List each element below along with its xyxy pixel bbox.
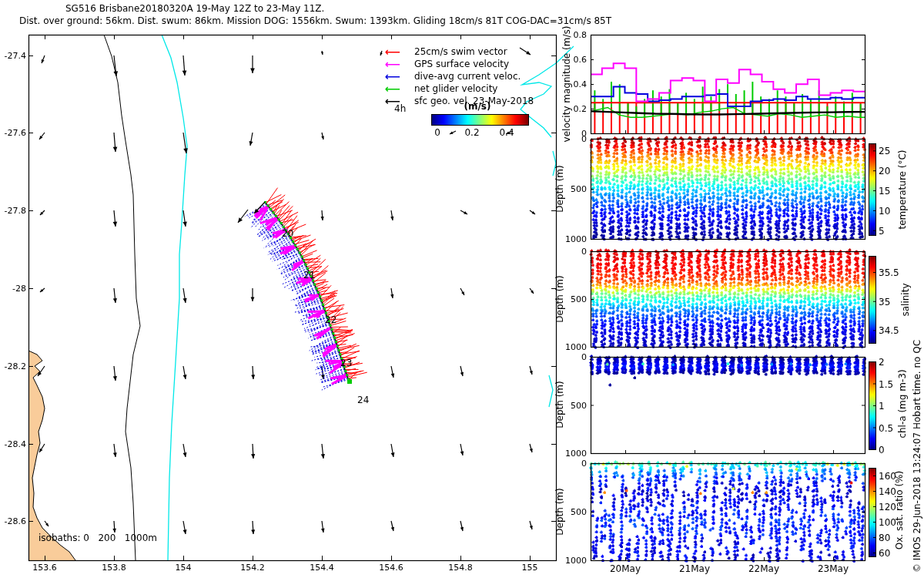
legend-label: GPS surface velocity bbox=[414, 59, 509, 69]
map-x-tick-label: 154.6 bbox=[379, 563, 403, 572]
legend-row-sfc-geo: ⟵ sfc geo. vel. 23-May-2018 bbox=[385, 96, 534, 106]
dive-number-label: 21 bbox=[303, 271, 315, 280]
blue-arrow-icon: ⟵ bbox=[385, 72, 414, 80]
legend-label: net glider velocity bbox=[414, 83, 497, 94]
depth-y-tick-label: 1000 bbox=[561, 235, 587, 244]
legend-label: dive-avg current veloc. bbox=[414, 71, 521, 82]
colorbar-tick-label: 20 bbox=[879, 166, 890, 176]
map-x-tick-label: 155 bbox=[522, 563, 538, 572]
map-y-tick-label: -28.2 bbox=[1, 362, 26, 371]
colorbar-tick-label: 2 bbox=[879, 358, 885, 367]
date-tick-label: 22May bbox=[748, 564, 779, 573]
colorbar-tick-label: 120 bbox=[879, 502, 896, 512]
colorbar-tick-label: 160 bbox=[879, 472, 896, 481]
legend-row-dive-avg: ⟵ dive-avg current veloc. bbox=[385, 71, 521, 82]
depth-y-tick-label: 1000 bbox=[561, 556, 587, 565]
colorbar-tick-label: 35 bbox=[879, 297, 890, 307]
date-tick-label: 23May bbox=[818, 564, 849, 573]
map-y-tick-label: -28 bbox=[1, 284, 26, 293]
depth-y-tick-label: 0 bbox=[561, 135, 587, 143]
colorbar-tick-label: 34.5 bbox=[879, 326, 899, 335]
colorbar-tick-label: 0 bbox=[879, 445, 885, 455]
legend-row-gps: ⟵ GPS surface velocity bbox=[385, 59, 509, 69]
dive-number-label: 22 bbox=[325, 315, 336, 324]
magenta-arrow-icon: ⟵ bbox=[385, 60, 414, 68]
depth-y-tick-label: 500 bbox=[561, 402, 587, 410]
depth-y-tick-label: 500 bbox=[561, 295, 587, 304]
red-arrow-icon: ⟵ bbox=[385, 48, 414, 55]
colorbar-tick-label: 5 bbox=[879, 227, 885, 236]
legend-colorbar-tick-label: 0 bbox=[434, 128, 440, 137]
velocity-y-tick-label: 0.2 bbox=[564, 105, 587, 113]
map-y-tick-label: -27.8 bbox=[1, 207, 26, 215]
colorbar-tick-label: 1.5 bbox=[879, 380, 893, 389]
depth-y-tick-label: 0 bbox=[561, 353, 587, 361]
map-x-tick-label: 154 bbox=[176, 563, 192, 572]
figure-root: SG516 Brisbane20180320A 19-May 12Z to 23… bbox=[0, 0, 924, 578]
dive-number-label: 24 bbox=[357, 395, 369, 405]
colorbar-tick-label: 10 bbox=[879, 207, 890, 216]
colorbar-tick-label: 100 bbox=[879, 518, 896, 527]
dive-number-label: 20 bbox=[282, 229, 293, 238]
date-tick-label: 21May bbox=[679, 564, 710, 573]
map-x-tick-label: 154.4 bbox=[310, 563, 334, 572]
velocity-y-tick-label: 0.4 bbox=[564, 80, 587, 89]
map-x-tick-label: 153.8 bbox=[102, 563, 126, 572]
map-y-tick-label: -28.4 bbox=[1, 440, 26, 449]
legend-duration-label: 4h bbox=[394, 104, 406, 113]
colorbar-tick-label: 15 bbox=[879, 187, 890, 196]
colorbar-title-temperature: temperature (°C) bbox=[898, 150, 907, 230]
legend-colorbar-tick-label: 0.4 bbox=[499, 128, 514, 137]
legend-row-net: ⟵ net glider velocity bbox=[385, 83, 497, 94]
depth-y-tick-label: 500 bbox=[561, 508, 587, 516]
depth-y-tick-label: 500 bbox=[561, 185, 587, 193]
colorbar-tick-label: 25 bbox=[879, 146, 890, 156]
map-y-tick-label: -27.4 bbox=[1, 52, 26, 60]
dive-number-label: 23 bbox=[340, 358, 352, 368]
map-y-tick-label: -28.6 bbox=[1, 517, 26, 526]
depth-y-tick-label: 1000 bbox=[561, 343, 587, 351]
isobaths-note: isobaths: 0 200 1000m bbox=[38, 533, 157, 543]
legend-row-swim: ⟵ 25cm/s swim vector bbox=[385, 46, 507, 57]
colorbar-tick-label: 60 bbox=[879, 549, 890, 558]
legend-colorbar-tick-label: 0.2 bbox=[464, 128, 479, 137]
depth-y-tick-label: 1000 bbox=[561, 449, 587, 458]
colorbar-title-salinity: salinity bbox=[901, 283, 910, 316]
depth-y-tick-label: 0 bbox=[561, 459, 587, 468]
colorbar-tick-label: 35.5 bbox=[879, 268, 899, 277]
figure-subtitle: Dist. over ground: 56km. Dist. swum: 86k… bbox=[19, 16, 611, 25]
colorbar-tick-label: 140 bbox=[879, 487, 896, 496]
velocity-y-tick-label: 0.6 bbox=[564, 55, 587, 64]
legend-label: 25cm/s swim vector bbox=[414, 46, 507, 57]
figure-title: SG516 Brisbane20180320A 19-May 12Z to 23… bbox=[65, 4, 324, 13]
map-y-tick-label: -27.6 bbox=[1, 129, 26, 137]
green-arrow-icon: ⟵ bbox=[385, 85, 414, 92]
map-x-tick-label: 154.8 bbox=[448, 563, 473, 572]
date-tick-label: 20May bbox=[610, 564, 641, 573]
map-x-tick-label: 154.2 bbox=[240, 563, 265, 572]
depth-y-tick-label: 0 bbox=[561, 247, 587, 256]
colorbar-tick-label: 80 bbox=[879, 533, 890, 543]
map-x-tick-label: 153.6 bbox=[32, 563, 57, 572]
velocity-y-tick-label: 0.8 bbox=[564, 31, 587, 39]
legend-colorbar-title: (m/s) bbox=[464, 101, 491, 112]
colorbar-title-chl: chl-a (mg m-3) bbox=[898, 369, 907, 438]
colorbar-tick-label: 0.5 bbox=[879, 424, 893, 433]
imos-credit: © IMOS 29-Jun-2018 13:24:07 Hobart time.… bbox=[912, 340, 922, 573]
colorbar-tick-label: 1 bbox=[879, 402, 885, 411]
